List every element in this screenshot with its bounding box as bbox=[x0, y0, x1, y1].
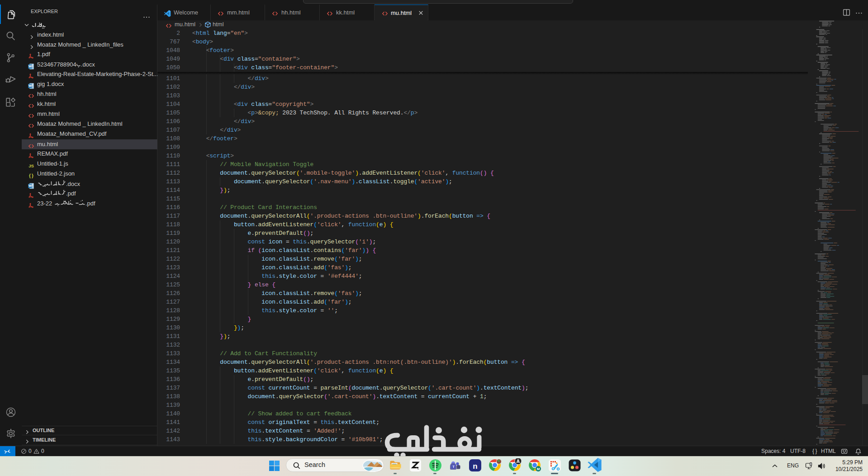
svg-text:n: n bbox=[473, 462, 477, 471]
svg-text:M: M bbox=[537, 467, 540, 471]
svg-text:T: T bbox=[452, 465, 455, 469]
